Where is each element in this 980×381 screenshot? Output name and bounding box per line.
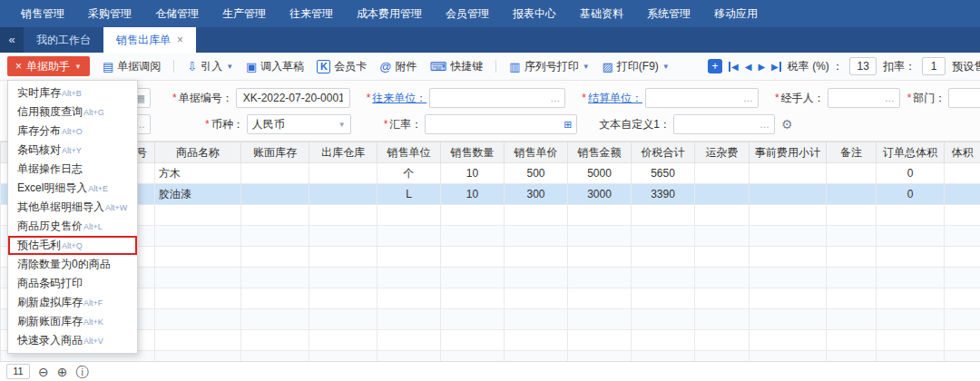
table-cell[interactable] [945,268,980,288]
table-cell[interactable] [945,247,980,268]
ellipsis-icon[interactable]: … [546,93,560,103]
table-cell[interactable] [945,205,980,226]
table-cell[interactable] [441,288,505,309]
table-cell[interactable] [877,268,945,288]
doc-no-field[interactable] [236,88,350,108]
table-cell[interactable]: 个 [377,163,441,184]
table-cell[interactable] [632,247,695,268]
table-header-cell[interactable]: 销售单位 [377,142,441,163]
table-row[interactable]: 方木个10500500056500 [1,163,980,184]
table-header-cell[interactable]: 销售金额 [568,142,632,163]
partner-label[interactable]: 往来单位： [372,91,426,106]
menu-item[interactable]: 快速录入商品Alt+V [8,331,137,350]
table-cell[interactable] [155,309,241,330]
nav-item[interactable]: 成本费用管理 [345,0,434,27]
table-cell[interactable] [441,330,505,351]
nav-item[interactable]: 移动应用 [702,0,769,27]
table-cell[interactable] [827,205,877,226]
table-cell[interactable] [877,205,945,226]
table-cell[interactable] [877,247,945,268]
table-cell[interactable]: 方木 [155,163,241,184]
table-cell[interactable]: 10 [441,184,505,205]
table-cell[interactable] [568,309,632,330]
toolbar-button[interactable]: ▣调入草稿 [246,59,304,74]
table-header-cell[interactable]: 销售数量 [441,142,505,163]
table-cell[interactable] [377,288,441,309]
toolbar-button[interactable]: ▨打印(F9)▼ [603,59,670,74]
table-cell[interactable] [750,163,827,184]
table-row-empty[interactable] [1,330,980,351]
table-cell[interactable] [827,330,877,351]
table-cell[interactable] [877,226,945,247]
table-cell[interactable] [241,309,309,330]
add-row-button[interactable]: + [708,59,722,73]
table-cell[interactable]: 10 [441,163,505,184]
table-cell[interactable] [945,330,980,351]
table-cell[interactable] [505,309,568,330]
table-row-empty[interactable] [1,288,980,309]
nav-item[interactable]: 生产管理 [211,0,278,27]
table-cell[interactable] [632,288,695,309]
menu-item[interactable]: 刷新账面库存Alt+K [8,312,137,331]
table-cell[interactable] [377,226,441,247]
table-row-empty[interactable] [1,205,980,226]
table-cell[interactable] [945,226,980,247]
first-page-icon[interactable]: ◀ [729,62,739,72]
table-header-cell[interactable]: 运杂费 [695,142,750,163]
table-cell[interactable]: 3390 [632,184,695,205]
nav-item[interactable]: 会员管理 [434,0,501,27]
table-cell[interactable] [827,226,877,247]
table-header-cell[interactable]: 体积 [945,142,980,163]
custom-text1-field[interactable]: … [673,114,775,134]
table-cell[interactable] [827,268,877,288]
table-cell[interactable] [827,309,877,330]
table-cell[interactable] [827,288,877,309]
table-cell[interactable] [750,226,827,247]
table-cell[interactable] [750,309,827,330]
table-cell[interactable] [827,163,877,184]
table-cell[interactable] [695,330,750,351]
dept-field[interactable] [948,88,980,108]
table-cell[interactable] [505,226,568,247]
table-cell[interactable] [568,288,632,309]
table-header-cell[interactable]: 订单总体积 [877,142,945,163]
ellipsis-icon[interactable]: … [740,93,753,103]
table-cell[interactable] [695,163,750,184]
table-cell[interactable] [695,205,750,226]
table-cell[interactable] [241,184,309,205]
table-cell[interactable] [632,330,695,351]
table-cell[interactable] [945,309,980,330]
collapse-tabs-button[interactable]: « [0,27,24,53]
menu-item[interactable]: 单据操作日志 [8,160,137,179]
table-header-cell[interactable]: 商品名称 [155,142,241,163]
table-cell[interactable] [505,205,568,226]
table-cell[interactable] [695,288,750,309]
nav-item[interactable]: 仓储管理 [143,0,211,27]
table-cell[interactable] [695,268,750,288]
table-cell[interactable]: 胶油漆 [155,184,241,205]
exchange-rate-field[interactable]: ⊞ [425,114,577,134]
table-cell[interactable] [241,268,309,288]
toolbar-button[interactable]: ▤单据调阅 [103,59,161,74]
table-cell[interactable]: 5650 [632,163,695,184]
table-cell[interactable]: 5000 [568,163,632,184]
menu-item[interactable]: 商品条码打印 [8,274,137,293]
custom-text1-input[interactable] [679,117,756,132]
table-cell[interactable] [441,247,505,268]
table-cell[interactable] [877,330,945,351]
prev-icon[interactable]: ◀ [745,62,752,72]
table-cell[interactable] [695,226,750,247]
table-cell[interactable] [377,330,441,351]
plus-circle-icon[interactable]: ⊕ [57,366,68,378]
menu-item[interactable]: 刷新虚拟库存Alt+F [8,293,137,312]
preset-price-label[interactable]: 预设售价 [952,59,980,74]
info-circle-icon[interactable]: ⓘ [75,366,88,378]
settle-input[interactable] [651,91,740,105]
table-cell[interactable] [377,247,441,268]
toolbar-button[interactable]: K会员卡 [317,59,367,74]
table-cell[interactable]: 3000 [568,184,632,205]
menu-item[interactable]: 商品历史售价Alt+L [8,217,137,236]
doc-assistant-button[interactable]: × 单据助手 ▼ [7,56,90,76]
discount-rate-input[interactable] [922,57,946,75]
table-cell[interactable] [155,226,241,247]
